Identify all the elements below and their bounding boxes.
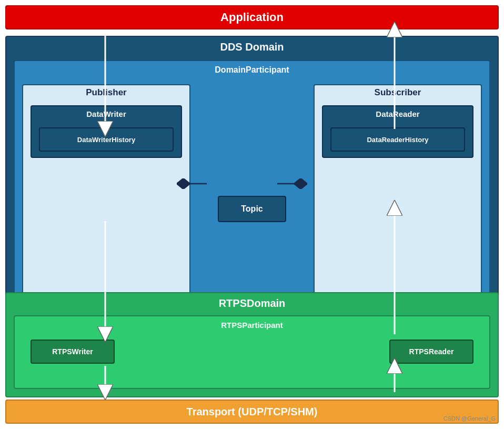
application-bar: Application (5, 5, 499, 29)
rtps-writer-box: RTPSWriter (31, 340, 115, 364)
application-label: Application (220, 11, 284, 24)
subscriber-label: Subscriber (315, 87, 481, 98)
datareader-label: DataReader (323, 109, 472, 118)
topic-label: Topic (241, 204, 263, 214)
dds-domain-label: DDS Domain (6, 41, 498, 53)
datawriter-history-box: DataWriterHistory (39, 127, 174, 152)
rtps-participant-label: RTPSParticipant (15, 321, 489, 330)
rtps-reader-box: RTPSReader (389, 340, 473, 364)
datareader-box: DataReader DataReaderHistory (322, 105, 473, 158)
datareader-history-box: DataReaderHistory (330, 127, 465, 152)
transport-label: Transport (UDP/TCP/SHM) (187, 406, 318, 418)
datareader-history-label: DataReaderHistory (331, 136, 464, 144)
rtps-participant-box: RTPSParticipant RTPSWriter RTPSReader (14, 315, 490, 389)
watermark: CSDN @General_G (443, 415, 496, 422)
datawriter-box: DataWriter DataWriterHistory (31, 105, 182, 158)
rtps-domain-label: RTPSDomain (6, 297, 498, 310)
topic-box: Topic (218, 196, 286, 222)
rtps-writer-label: RTPSWriter (52, 347, 93, 356)
transport-bar: Transport (UDP/TCP/SHM) (5, 400, 499, 424)
publisher-label: Publisher (23, 87, 189, 98)
domain-participant-label: DomainParticipant (15, 65, 489, 75)
diagram-container: Application DDS Domain DomainParticipant… (0, 0, 504, 429)
datawriter-history-label: DataWriterHistory (40, 136, 173, 144)
rtps-reader-label: RTPSReader (409, 347, 454, 356)
datawriter-label: DataWriter (32, 109, 181, 118)
rtps-domain-box: RTPSDomain RTPSParticipant RTPSWriter RT… (5, 292, 499, 397)
